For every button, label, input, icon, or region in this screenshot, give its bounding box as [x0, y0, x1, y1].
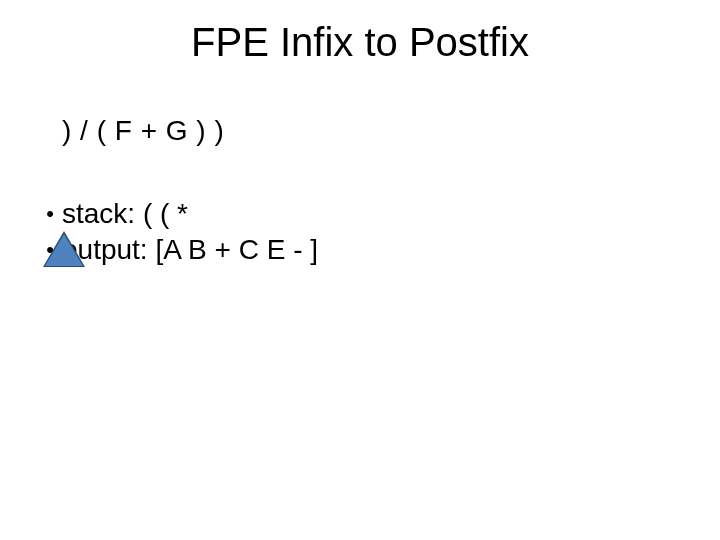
stack-text: stack: ( ( * — [62, 196, 188, 232]
triangle-marker-icon — [45, 234, 83, 266]
output-text: output: [A B + C E - ] — [62, 232, 318, 268]
bullet-stack: • stack: ( ( * — [38, 196, 318, 232]
infix-expression: ) / ( F + G ) ) — [62, 115, 224, 147]
bullet-dot-icon: • — [38, 200, 62, 229]
slide: FPE Infix to Postfix ) / ( F + G ) ) • s… — [0, 0, 720, 540]
slide-title: FPE Infix to Postfix — [0, 20, 720, 65]
